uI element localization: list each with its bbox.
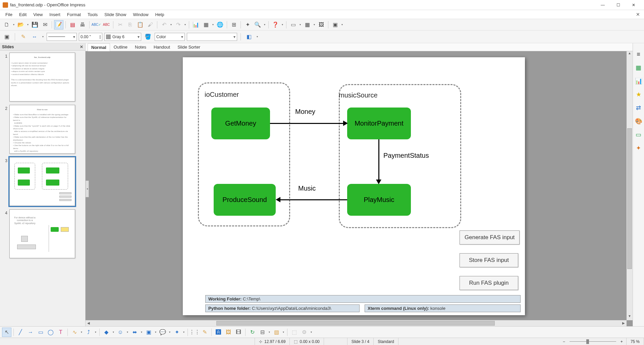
vertical-scrollbar[interactable]: ▲ ▼ [627,51,633,320]
callouts-button[interactable]: 💬 [158,328,167,337]
arrow-paymentstatus[interactable] [378,139,379,180]
chart-button[interactable]: 📊 [191,20,201,29]
custom-animation-button[interactable]: ★ [634,90,643,99]
stars-button[interactable]: ✦ [172,328,181,337]
fontwork-button[interactable]: 🅰 [214,328,223,337]
navigator-button[interactable]: ✦ [243,20,252,29]
basic-shapes-dropdown[interactable] [112,331,115,334]
hyperlink-button[interactable]: 🌐 [215,20,225,29]
area-fill-button[interactable]: 🪣 [143,32,153,42]
arrow-tool-button[interactable]: → [26,328,35,337]
group-label-iocustomer[interactable]: ioCustomer [205,91,239,98]
from-file-button[interactable]: 🖼 [224,328,233,337]
zoom-dropdown[interactable] [263,23,266,26]
line-style-combo[interactable]: ▾ [47,33,77,41]
grid-button[interactable]: ⊞ [229,20,238,29]
slide-layout-button[interactable]: ▦ [303,20,312,29]
slides-panel-close-button[interactable]: ✕ [80,45,83,49]
slide-layout-dropdown[interactable] [313,23,316,26]
master-pages-button[interactable]: 📊 [634,77,643,85]
insert-slide-button[interactable]: ▭ [288,20,298,29]
drawbar-overflow[interactable] [310,331,313,334]
hscroll-thumb[interactable] [216,321,495,326]
box-getmoney[interactable]: GetMoney [211,108,270,139]
spellcheck-button[interactable]: ABC✓ [92,20,101,29]
format-paintbrush-button[interactable]: 🖌 [146,20,155,29]
slide-thumb-2[interactable]: 2 How to run• Make sure that libreoffice… [1,105,85,154]
redo-button[interactable]: ↷ [173,20,183,29]
slide-thumb-3[interactable]: 3 [1,157,85,206]
menu-help[interactable]: Help [152,11,168,18]
menu-edit[interactable]: Edit [16,11,30,18]
ellipse-tool-button[interactable]: ◯ [46,328,55,337]
menu-slideshow[interactable]: Slide Show [101,11,129,18]
extrusion-button[interactable]: ⬚ [289,328,299,337]
arrow-label-money[interactable]: Money [295,108,315,116]
styles-button[interactable]: 🎨 [634,117,643,126]
connector-tool-button[interactable]: ⤴ [84,328,93,337]
zoom-button[interactable]: 🔍 [253,20,262,29]
info-working-folder[interactable]: Working Folder: C:\Temp\ [205,295,521,303]
start-slideshow-button[interactable]: ▣ [330,20,340,29]
arrange-button-2[interactable]: ▧ [272,328,281,337]
slide-canvas[interactable]: ioCustomer musicSource GetMoney MonitorP… [183,57,525,315]
stars-dropdown[interactable] [182,331,185,334]
button-run-fas[interactable]: Run FAS plugin [460,276,518,290]
fill-color-combo[interactable]: ▾ [187,33,237,41]
scroll-right-button[interactable]: ▶ [621,320,627,326]
properties-pane-button[interactable]: ≡ [634,50,643,59]
curve-dropdown[interactable] [80,331,83,334]
menu-view[interactable]: View [30,11,46,18]
cut-button[interactable]: ✂ [115,20,125,29]
block-arrows-button[interactable]: ⬌ [130,328,139,337]
undo-dropdown[interactable] [169,23,173,26]
toolbar-overflow[interactable] [281,23,284,26]
line-tool-button[interactable]: ╱ [16,328,25,337]
glue-points-button[interactable]: ✎ [200,328,209,337]
vscroll-thumb[interactable] [627,128,632,269]
alignment-button[interactable]: ⊟ [258,328,267,337]
info-xterm-command[interactable]: Xterm command (Linux only): konsole [365,304,521,312]
select-tool-button[interactable]: ↖ [2,328,11,337]
auto-spellcheck-button[interactable]: ABC [102,20,111,29]
toolbar2-overflow[interactable] [256,35,259,38]
maximize-button[interactable]: ☐ [610,0,626,10]
tab-slidesorter[interactable]: Slide Sorter [174,43,204,51]
basic-shapes-button[interactable]: ◆ [102,328,111,337]
insert-slide-dropdown[interactable] [299,23,302,26]
table-dropdown[interactable] [211,23,215,26]
curve-tool-button[interactable]: ∿ [70,328,79,337]
line-color-combo[interactable]: Gray 6▾ [104,33,141,41]
rotate-button[interactable]: ↻ [248,328,257,337]
redo-dropdown[interactable] [183,23,187,26]
new-doc-dropdown[interactable] [12,23,15,26]
arrange-dropdown[interactable] [282,331,285,334]
open-dropdown[interactable] [26,23,30,26]
slide-thumb-1[interactable]: 1 fas_frontend.odp• Lorem ipsum dolor si… [1,53,85,101]
toolbar-overflow-2[interactable] [340,23,344,26]
text-tool-button[interactable]: T [56,328,65,337]
symbol-shapes-button[interactable]: ☺ [116,328,125,337]
flowchart-button[interactable]: ▣ [144,328,153,337]
slide-thumb-4[interactable]: 4 For demos without a connection to a Sy… [1,209,85,258]
close-document-button[interactable]: ✕ [634,11,642,18]
flowchart-dropdown[interactable] [154,331,157,334]
tab-handout[interactable]: Handout [150,43,174,51]
panel-collapse-handle[interactable]: ◂ [86,181,89,197]
print-button[interactable]: 🖶 [78,20,87,29]
arrange-button[interactable]: ▣ [2,32,11,42]
minimize-button[interactable]: — [595,0,610,10]
callouts-dropdown[interactable] [168,331,171,334]
interaction-button[interactable]: ⚙ [300,328,309,337]
zoom-value[interactable]: 75 % [627,338,644,345]
slide-transition-button[interactable]: ⇄ [634,104,643,112]
open-button[interactable]: 📂 [16,20,25,29]
paste-button[interactable]: 📋 [136,20,145,29]
arrow-label-paymentstatus[interactable]: PaymentStatus [383,152,429,159]
menu-insert[interactable]: Insert [46,11,64,18]
menu-window[interactable]: Window [129,11,152,18]
slides-list[interactable]: 1 fas_frontend.odp• Lorem ipsum dolor si… [0,51,85,326]
scroll-left-button[interactable]: ◀ [86,320,92,326]
menu-format[interactable]: Format [64,11,84,18]
line-style-button[interactable]: ✎ [18,32,28,42]
